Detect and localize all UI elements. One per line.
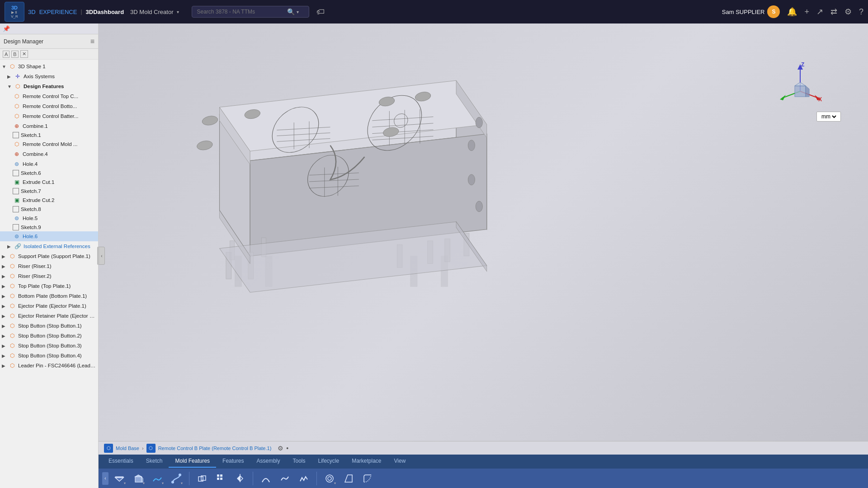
toolbar-btn-curve3[interactable]	[296, 471, 312, 486]
hole6-label: Hole.6	[23, 234, 38, 239]
svg-marker-63	[806, 86, 809, 97]
tree-item-bottom-plate[interactable]: ▶ ⬡ Bottom Plate (Bottom Plate.1)	[0, 291, 98, 301]
tree-toolbar-icon-2[interactable]: B	[11, 51, 18, 58]
tree-item-extrude-cut2[interactable]: ▣ Extrude Cut.2	[0, 195, 98, 205]
tree-toolbar-icon-1[interactable]: A	[3, 51, 9, 58]
tree-item-riser2[interactable]: ▶ ⬡ Riser (Riser.2)	[0, 271, 98, 281]
tree-item-hole6[interactable]: ⊚ Hole.6	[0, 231, 98, 241]
svg-marker-78	[237, 476, 240, 481]
toolbar-btn-pattern[interactable]	[213, 471, 229, 486]
tree-item-sketch9[interactable]: Sketch.9	[0, 223, 98, 231]
unit-selector[interactable]: mm cm in	[816, 112, 841, 122]
toolbar-btn-curve2[interactable]	[277, 471, 293, 486]
tree-item-stop-button4[interactable]: ▶ ⬡ Stop Button (Stop Button.4)	[0, 351, 98, 361]
unit-dropdown[interactable]: mm cm in	[820, 113, 838, 120]
search-dropdown-arrow[interactable]: ▾	[297, 9, 299, 14]
tree-item-rc-mold[interactable]: ⬡ Remote Control Mold ...	[0, 139, 98, 149]
toolbar-btn-solid[interactable]: ▾	[130, 471, 146, 486]
svg-point-36	[195, 141, 214, 150]
toolbar-btn-hole[interactable]: ▾	[321, 471, 338, 486]
tab-marketplace[interactable]: Marketplace	[345, 455, 387, 468]
connect-icon[interactable]: ⇄	[830, 7, 837, 17]
breadcrumb-mold-base[interactable]: Mold Base	[116, 446, 139, 451]
rc-mold-icon: ⬡	[13, 140, 21, 148]
breadcrumb-settings-icon[interactable]: ⚙	[278, 445, 283, 452]
tab-tools[interactable]: Tools	[286, 455, 311, 468]
settings-icon[interactable]: ⚙	[844, 7, 852, 17]
tab-view[interactable]: View	[388, 455, 412, 468]
notifications-icon[interactable]: 🔔	[787, 7, 797, 17]
app-logo[interactable]: 3D ▶⏸ V_R	[5, 2, 24, 22]
viewport-background: Z X ‹ mm	[99, 23, 868, 488]
leader-pin-icon: ⬡	[8, 361, 16, 370]
viewport-collapse-button[interactable]: ‹	[99, 247, 105, 265]
tree-item-ejector-retainer[interactable]: ▶ ⬡ Ejector Retainer Plate (Ejector Re..…	[0, 311, 98, 321]
tree-item-stop-button3[interactable]: ▶ ⬡ Stop Button (Stop Button.3)	[0, 341, 98, 351]
tab-mold-features[interactable]: Mold Features	[169, 455, 216, 468]
tree-item-stop-button1[interactable]: ▶ ⬡ Stop Button (Stop Button.1)	[0, 321, 98, 331]
panel-pin-icon[interactable]: 📌	[3, 25, 10, 32]
tab-essentials[interactable]: Essentials	[102, 455, 140, 468]
ejector-retainer-icon: ⬡	[8, 312, 16, 320]
tree-item-rc-bottom[interactable]: ⬡ Remote Control Botto...	[0, 101, 98, 111]
toolbar-btn-sweep[interactable]: ▾	[168, 471, 184, 486]
app-dropdown-arrow[interactable]: ▾	[177, 9, 179, 14]
tree-root[interactable]: ▼ ⬡ 3D Shape 1	[0, 61, 98, 71]
toolbar-collapse-button[interactable]: ‹	[102, 472, 108, 485]
tree-item-sketch6[interactable]: Sketch.6	[0, 169, 98, 177]
breadcrumb-rc-plate[interactable]: Remote Control B Plate (Remote Control B…	[158, 446, 272, 451]
tree-item-hole5[interactable]: ⊚ Hole.5	[0, 213, 98, 223]
brand-3d: 3D	[28, 9, 36, 15]
tree-item-combine4[interactable]: ⊕ Combine.4	[0, 149, 98, 159]
toolbar-btn-chamfer[interactable]	[340, 471, 357, 486]
tab-sketch[interactable]: Sketch	[140, 455, 169, 468]
tab-features[interactable]: Features	[216, 455, 250, 468]
tree-item-riser1[interactable]: ▶ ⬡ Riser (Riser.1)	[0, 261, 98, 271]
hole6-icon: ⊚	[13, 232, 21, 240]
svg-point-32	[201, 116, 219, 125]
search-input[interactable]	[197, 9, 287, 15]
tags-icon[interactable]: 🏷	[316, 7, 325, 17]
tree-item-sketch1[interactable]: Sketch.1	[0, 131, 98, 139]
tree-item-sketch7[interactable]: Sketch.7	[0, 187, 98, 195]
toolbar-btn-curve1[interactable]	[258, 471, 274, 486]
tree-item-stop-button2[interactable]: ▶ ⬡ Stop Button (Stop Button.2)	[0, 331, 98, 341]
toolbar-btn-boolean[interactable]	[194, 471, 210, 486]
tree-item-design-features[interactable]: ▼ ⬡ Design Features	[0, 81, 98, 91]
panel-menu-icon[interactable]: ≡	[90, 38, 94, 46]
tree-item-hole4[interactable]: ⊚ Hole.4	[0, 159, 98, 169]
viewport[interactable]: Z X ‹ mm	[99, 23, 868, 488]
tree-item-sketch8[interactable]: Sketch.8	[0, 205, 98, 213]
tree-item-extrude-cut1[interactable]: ▣ Extrude Cut.1	[0, 177, 98, 187]
bottom-area: ⬡ Mold Base › ⬡ Remote Control B Plate (…	[99, 441, 868, 488]
tree-item-combine1[interactable]: ⊕ Combine.1	[0, 121, 98, 131]
tree-item-ejector-plate[interactable]: ▶ ⬡ Ejector Plate (Ejector Plate.1)	[0, 301, 98, 311]
help-icon[interactable]: ?	[859, 7, 863, 17]
tree-item-top-plate[interactable]: ▶ ⬡ Top Plate (Top Plate.1)	[0, 281, 98, 291]
extrude-cut1-label: Extrude Cut.1	[23, 179, 54, 185]
toolbar-btn-mirror[interactable]	[232, 471, 248, 486]
tree-item-rc-battery[interactable]: ⬡ Remote Control Batter...	[0, 111, 98, 121]
tree-item-isolated-refs[interactable]: ▶ 🔗 Isolated External References	[0, 241, 98, 251]
tree-toolbar-icon-3[interactable]: ✕	[20, 50, 28, 58]
axis-indicator: Z X	[778, 60, 823, 106]
toolbar-btn-fillet[interactable]	[359, 471, 376, 486]
tree-item-support-plate[interactable]: ▶ ⬡ Support Plate (Support Plate.1)	[0, 251, 98, 261]
toolbar-btn-plane[interactable]: ▾	[111, 471, 127, 486]
share-icon[interactable]: ↗	[816, 7, 823, 17]
search-icon[interactable]: 🔍	[287, 8, 295, 15]
hole4-label: Hole.4	[23, 161, 38, 167]
tab-lifecycle[interactable]: Lifecycle	[311, 455, 345, 468]
tab-assembly[interactable]: Assembly	[250, 455, 286, 468]
svg-marker-67	[135, 475, 142, 477]
tree-item-rc-top[interactable]: ⬡ Remote Control Top C...	[0, 91, 98, 101]
tree-item-axis[interactable]: ▶ ✛ Axis Systems	[0, 71, 98, 81]
avatar[interactable]: S	[767, 5, 780, 18]
toolbar-btn-surface[interactable]: ▾	[149, 471, 165, 486]
breadcrumb-more-icon[interactable]: •	[286, 445, 288, 452]
brand-dashboard[interactable]: 3DDashboard	[86, 9, 124, 15]
tree-item-leader-pin[interactable]: ▶ ⬡ Leader Pin - FSC246646 (Leader...	[0, 361, 98, 371]
svg-text:X: X	[818, 96, 822, 103]
add-icon[interactable]: +	[804, 7, 809, 17]
tree-container[interactable]: ▼ ⬡ 3D Shape 1 ▶ ✛ Axis Systems ▼ ⬡ Desi…	[0, 60, 98, 488]
